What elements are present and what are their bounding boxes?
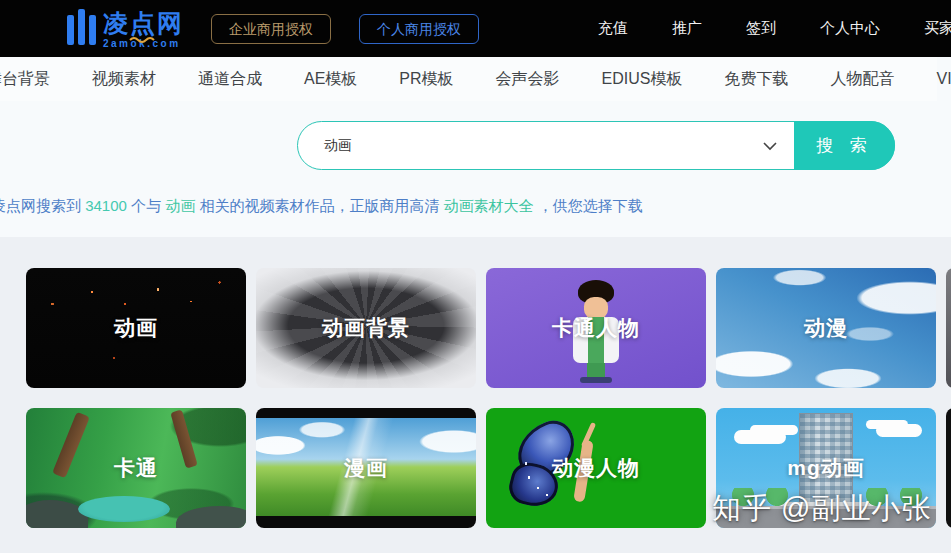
tile-label: 动漫 xyxy=(716,268,936,388)
site-logo[interactable]: 凌点网 2amok.com xyxy=(67,9,184,49)
tile-label: 漫画 xyxy=(256,408,476,528)
nav-edius-template[interactable]: EDIUS模板 xyxy=(602,69,683,90)
personal-license-button[interactable]: 个人商用授权 xyxy=(359,14,479,44)
results-count: 34100 xyxy=(85,197,127,214)
nav-pr-template[interactable]: PR模板 xyxy=(399,69,453,90)
tile-label: 动画背景 xyxy=(256,268,476,388)
search-input[interactable]: 动画 xyxy=(298,122,796,169)
nav-ae-template[interactable]: AE模板 xyxy=(304,69,357,90)
main-category-nav: 舞台背景 视频素材 通道合成 AE模板 PR模板 会声会影 EDIUS模板 免费… xyxy=(0,57,937,101)
zhihu-watermark: 知乎 @副业小张 xyxy=(712,489,932,529)
results-mid1: 个与 xyxy=(127,197,165,214)
search-section: 动画 搜 索 凌点网搜索到 34100 个与 动画 相关的视频素材作品，正版商用… xyxy=(0,101,951,237)
tile-label: 动画 xyxy=(26,268,246,388)
nav-vip-video[interactable]: VIP视频 xyxy=(936,69,951,90)
nav-buyer-center[interactable]: 买家中心 xyxy=(924,19,951,38)
category-tile-anime-character[interactable]: 动漫人物 xyxy=(486,408,706,528)
nav-recharge[interactable]: 充值 xyxy=(598,19,628,38)
nav-videostudio[interactable]: 会声会影 xyxy=(496,69,560,90)
nav-free-download[interactable]: 免费下载 xyxy=(724,69,788,90)
results-prefix: 凌点网搜索到 xyxy=(0,197,85,214)
nav-stage-background[interactable]: 舞台背景 xyxy=(0,69,50,90)
tile-label: 动漫人物 xyxy=(486,408,706,528)
nav-voice-over[interactable]: 人物配音 xyxy=(830,69,894,90)
results-keyword: 动画 xyxy=(165,197,195,214)
top-header: 凌点网 2amok.com 企业商用授权 个人商用授权 充值 推广 签到 个人中… xyxy=(0,0,951,57)
nav-promotion[interactable]: 推广 xyxy=(672,19,702,38)
results-keyword-link[interactable]: 动画素材大全 xyxy=(444,197,534,214)
category-tile-animation-background[interactable]: 动画背景 xyxy=(256,268,476,388)
category-tile-animation[interactable]: 动画 xyxy=(26,268,246,388)
category-tile-anime[interactable]: 动漫 xyxy=(716,268,936,388)
tile-label: 卡通 xyxy=(26,408,246,528)
logo-wave-icon xyxy=(129,35,155,43)
category-tile-cartoon[interactable]: 卡通 xyxy=(26,408,246,528)
search-results-summary: 凌点网搜索到 34100 个与 动画 相关的视频素材作品，正版商用高清 动画素材… xyxy=(0,197,643,216)
logo-site-name: 凌点网 xyxy=(103,11,184,36)
nav-user-center[interactable]: 个人中心 xyxy=(820,19,880,38)
category-tile-partial[interactable] xyxy=(946,268,951,388)
enterprise-license-button[interactable]: 企业商用授权 xyxy=(211,14,331,44)
category-tile-manga[interactable]: 漫画 xyxy=(256,408,476,528)
tile-label: 卡通人物 xyxy=(486,268,706,388)
nav-video-material[interactable]: 视频素材 xyxy=(92,69,156,90)
category-tile-cartoon-character[interactable]: 卡通人物 xyxy=(486,268,706,388)
category-tile-partial[interactable] xyxy=(946,408,951,528)
results-mid2: 相关的视频素材作品，正版商用高清 xyxy=(195,197,443,214)
logo-bars-icon xyxy=(67,9,96,45)
nav-checkin[interactable]: 签到 xyxy=(746,19,776,38)
header-nav: 充值 推广 签到 个人中心 买家中心 xyxy=(598,0,951,57)
results-suffix: ，供您选择下载 xyxy=(534,197,643,214)
search-button[interactable]: 搜 索 xyxy=(794,121,895,170)
search-bar: 动画 搜 索 xyxy=(297,121,895,170)
tile-row-1: 动画 动画背景 卡通人物 动漫 xyxy=(26,268,951,388)
nav-channel-composite[interactable]: 通道合成 xyxy=(198,69,262,90)
chevron-down-icon[interactable] xyxy=(762,139,778,153)
